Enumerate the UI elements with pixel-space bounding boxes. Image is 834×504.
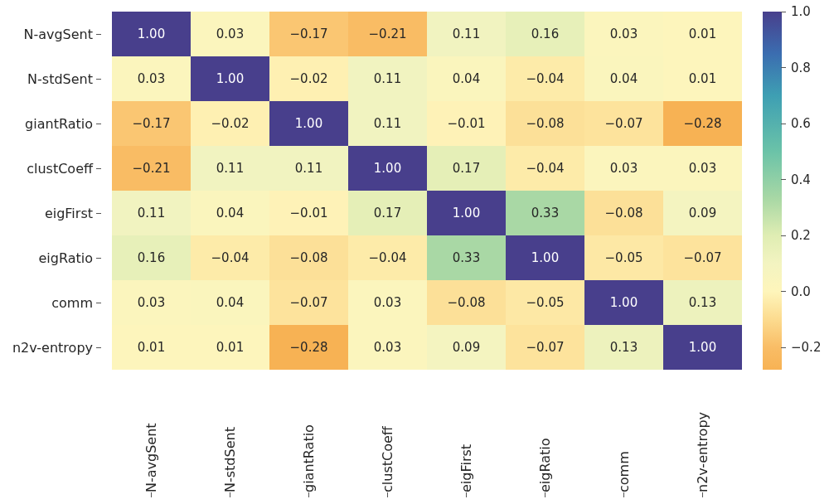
heatmap-cell: 0.16 [506,12,584,56]
heatmap-cell: −0.04 [506,146,584,191]
heatmap-cell: −0.02 [191,101,269,146]
heatmap-cell: −0.05 [506,280,584,325]
heatmap-cell: 0.04 [191,280,269,325]
heatmap-cell: 1.00 [348,146,427,191]
x-axis-labels: N-avgSentN-stdSentgiantRatioclustCoeffei… [112,370,742,502]
x-tick-label: n2v-entropy [695,370,710,502]
y-tick-label: eigFirst [0,191,106,235]
heatmap-cell: 0.11 [112,191,191,235]
x-tick-label: comm [616,370,632,502]
x-tick-label: eigFirst [458,370,474,502]
x-tick-label: N-avgSent [143,370,159,502]
heatmap-cell: 0.03 [584,146,663,191]
heatmap-cell: 0.03 [663,146,742,191]
heatmap-cell: 0.11 [191,146,269,191]
y-tick-label: N-stdSent [0,56,106,101]
heatmap-cell: −0.28 [269,325,348,370]
heatmap-cell: 0.01 [663,56,742,101]
heatmap-cell: −0.04 [191,235,269,280]
correlation-heatmap-figure: N-avgSent N-stdSent giantRatio clustCoef… [0,0,834,504]
heatmap-cell: 0.33 [506,191,584,235]
heatmap-cell: −0.08 [427,280,506,325]
colorbar-gradient [763,12,782,370]
colorbar-tick: 0.4 [781,172,811,187]
heatmap-cell: 1.00 [269,101,348,146]
heatmap-cell: 0.17 [427,146,506,191]
heatmap-cell: 0.13 [584,325,663,370]
heatmap-cell: 0.11 [348,101,427,146]
heatmap-cell: 0.11 [269,146,348,191]
x-tick-label: clustCoeff [380,370,395,502]
heatmap-cell: 0.04 [584,56,663,101]
heatmap-cell: 0.13 [663,280,742,325]
heatmap-cell: 0.11 [427,12,506,56]
heatmap-cell: 0.33 [427,235,506,280]
y-tick-label: clustCoeff [0,146,106,191]
heatmap-cell: −0.17 [112,101,191,146]
colorbar-tick: −0.2 [781,340,821,355]
heatmap-cell: 0.01 [663,12,742,56]
heatmap-cell: 0.01 [191,325,269,370]
heatmap-cell: 0.03 [112,56,191,101]
heatmap-cell: 1.00 [191,56,269,101]
heatmap-cell: −0.07 [269,280,348,325]
heatmap-cell: 1.00 [506,235,584,280]
heatmap-cell: −0.17 [269,12,348,56]
heatmap-cell: 0.17 [348,191,427,235]
heatmap-cell: 0.03 [348,325,427,370]
heatmap-cell: −0.02 [269,56,348,101]
heatmap-cell: −0.04 [348,235,427,280]
heatmap-cell: 0.16 [112,235,191,280]
y-tick-label: giantRatio [0,101,106,146]
heatmap-cell: 0.03 [112,280,191,325]
heatmap-cell: 1.00 [663,325,742,370]
y-tick-label: comm [0,280,106,325]
colorbar-tick: 0.0 [781,284,811,299]
heatmap-cell: −0.07 [663,235,742,280]
heatmap-cell: −0.01 [427,101,506,146]
heatmap-cell: 1.00 [584,280,663,325]
heatmap-cell: −0.21 [112,146,191,191]
colorbar-tick: 1.0 [781,4,811,19]
colorbar-tick: 0.2 [781,228,811,243]
heatmap-cell: 1.00 [427,191,506,235]
heatmap-cell: 0.03 [191,12,269,56]
heatmap-cell: −0.08 [506,101,584,146]
heatmap-grid: 1.000.03−0.17−0.210.110.160.030.010.031.… [112,12,742,370]
heatmap-cell: 0.11 [348,56,427,101]
heatmap-cell: −0.21 [348,12,427,56]
y-tick-label: n2v-entropy [0,325,106,370]
heatmap-cell: −0.04 [506,56,584,101]
heatmap-cell: 0.03 [584,12,663,56]
x-tick-label: eigRatio [537,370,553,502]
x-tick-label: giantRatio [301,370,317,502]
heatmap-cell: −0.01 [269,191,348,235]
heatmap-cell: 1.00 [112,12,191,56]
heatmap-cell: 0.04 [427,56,506,101]
y-axis-labels: N-avgSent N-stdSent giantRatio clustCoef… [0,12,106,370]
heatmap-cell: 0.09 [663,191,742,235]
heatmap-cell: 0.09 [427,325,506,370]
heatmap-cell: 0.04 [191,191,269,235]
heatmap-cell: 0.01 [112,325,191,370]
heatmap-cell: −0.07 [584,101,663,146]
y-tick-label: eigRatio [0,235,106,280]
heatmap-cell: −0.08 [584,191,663,235]
heatmap-cell: −0.07 [506,325,584,370]
heatmap-cell: −0.05 [584,235,663,280]
y-tick-label: N-avgSent [0,12,106,56]
heatmap-cell: −0.28 [663,101,742,146]
colorbar-tick: 0.6 [781,116,811,131]
colorbar: −0.20.00.20.40.60.81.0 [763,12,829,370]
x-tick-label: N-stdSent [222,370,238,502]
colorbar-tick: 0.8 [781,61,811,75]
heatmap-cell: −0.08 [269,235,348,280]
heatmap-cell: 0.03 [348,280,427,325]
